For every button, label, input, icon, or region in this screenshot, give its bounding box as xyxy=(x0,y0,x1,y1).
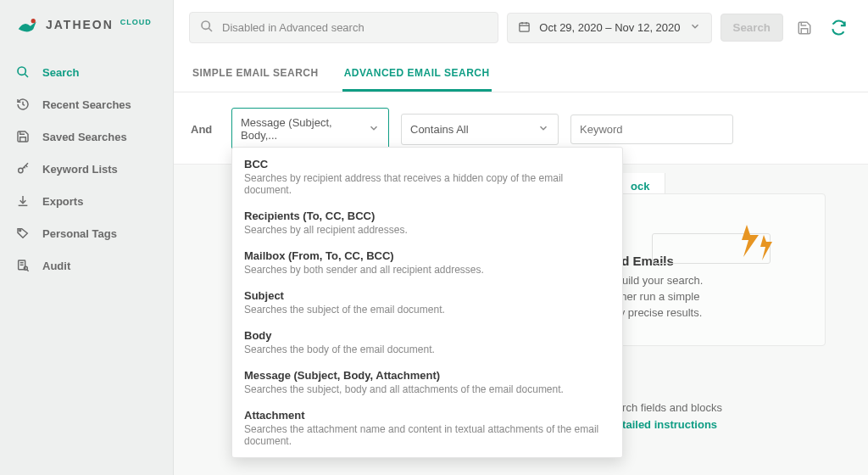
sidebar-item-label: Recent Searches xyxy=(42,98,131,111)
download-icon xyxy=(15,193,31,209)
dropdown-option-bcc[interactable]: BCC Searches by recipient address that r… xyxy=(232,151,622,203)
topbar: Disabled in Advanced search Oct 29, 2020… xyxy=(174,0,868,55)
operator-select[interactable]: Contains All xyxy=(401,114,559,145)
sidebar-item-label: Search xyxy=(42,66,79,79)
audit-icon xyxy=(15,258,31,273)
svg-point-4 xyxy=(19,230,21,232)
nav: Search Recent Searches Saved Searches Ke… xyxy=(0,56,173,282)
chevron-down-icon xyxy=(537,122,549,137)
sidebar-item-label: Saved Searches xyxy=(42,131,127,143)
dropdown-option-desc: Searches the subject, body and all attac… xyxy=(244,383,610,395)
sidebar-item-label: Exports xyxy=(42,195,83,208)
dropdown-option-desc: Searches by recipient address that recei… xyxy=(244,172,610,196)
brand-sub: CLOUD xyxy=(120,18,152,26)
sidebar-item-label: Personal Tags xyxy=(42,227,117,240)
calendar-icon xyxy=(518,20,531,36)
dropdown-option-message[interactable]: Message (Subject, Body, Attachment) Sear… xyxy=(232,362,622,402)
sidebar-item-label: Keyword Lists xyxy=(42,163,118,176)
tag-icon xyxy=(15,226,31,241)
field-select[interactable]: Message (Subject, Body,... xyxy=(231,108,389,150)
global-search-input: Disabled in Advanced search xyxy=(189,12,498,43)
brand-mark-icon xyxy=(17,15,41,34)
chevron-down-icon xyxy=(368,122,380,137)
save-button-icon[interactable] xyxy=(792,15,817,41)
sidebar-item-saved-searches[interactable]: Saved Searches xyxy=(0,120,173,153)
brand-logo: JATHEON CLOUD xyxy=(0,0,173,56)
operator-select-value: Contains All xyxy=(410,123,469,136)
dropdown-option-title: Attachment xyxy=(244,409,610,422)
keyword-input[interactable] xyxy=(570,115,733,144)
chevron-down-icon xyxy=(689,20,701,35)
dropdown-option-subject[interactable]: Subject Searches the subject of the emai… xyxy=(232,282,622,322)
sidebar-item-personal-tags[interactable]: Personal Tags xyxy=(0,217,173,249)
svg-point-1 xyxy=(18,67,25,75)
sidebar-item-search[interactable]: Search xyxy=(0,56,173,88)
dropdown-option-attachment[interactable]: Attachment Searches the attachment name … xyxy=(232,402,622,454)
brand-name: JATHEON xyxy=(46,18,114,31)
search-tabs: SIMPLE EMAIL SEARCH ADVANCED EMAIL SEARC… xyxy=(174,55,868,92)
svg-line-11 xyxy=(209,28,212,31)
sidebar: JATHEON CLOUD Search Recent Searches Sav… xyxy=(0,0,174,475)
sidebar-item-keyword-lists[interactable]: Keyword Lists xyxy=(0,153,173,185)
join-label: And xyxy=(191,123,220,136)
dropdown-option-title: Recipients (To, CC, BCC) xyxy=(244,210,610,222)
global-search-text: Disabled in Advanced search xyxy=(222,21,364,34)
dropdown-option-desc: Searches by both sender and all recipien… xyxy=(244,264,610,276)
search-icon xyxy=(15,64,31,80)
query-builder-row: And Message (Subject, Body,... Contains … xyxy=(174,92,868,165)
date-range-value: Oct 29, 2020 – Nov 12, 2020 xyxy=(539,21,680,34)
dropdown-option-desc: Searches by all recipient addresses. xyxy=(244,224,610,236)
key-icon xyxy=(15,161,31,176)
dropdown-option-desc: Searches the subject of the email docume… xyxy=(244,304,610,316)
tab-simple-email-search[interactable]: SIMPLE EMAIL SEARCH xyxy=(191,55,320,92)
field-dropdown: BCC Searches by recipient address that r… xyxy=(231,147,623,458)
sidebar-item-recent-searches[interactable]: Recent Searches xyxy=(0,88,173,120)
dropdown-option-title: Subject xyxy=(244,289,610,302)
svg-line-9 xyxy=(27,270,29,271)
dropdown-option-desc: Searches the body of the email document. xyxy=(244,344,610,355)
svg-line-2 xyxy=(25,74,28,77)
svg-point-0 xyxy=(31,19,36,23)
svg-rect-12 xyxy=(520,23,529,31)
lightning-icon xyxy=(738,223,774,268)
dropdown-option-mailbox[interactable]: Mailbox (From, To, CC, BCC) Searches by … xyxy=(232,243,622,282)
sidebar-item-exports[interactable]: Exports xyxy=(0,185,173,217)
sidebar-item-label: Audit xyxy=(42,260,70,272)
refresh-button-icon[interactable] xyxy=(826,15,851,41)
search-icon xyxy=(200,20,214,36)
dropdown-option-desc: Searches the attachment name and content… xyxy=(244,423,610,447)
dropdown-option-body[interactable]: Body Searches the body of the email docu… xyxy=(232,322,622,362)
sidebar-item-audit[interactable]: Audit xyxy=(0,249,173,282)
svg-point-3 xyxy=(19,168,23,172)
dropdown-option-title: Mailbox (From, To, CC, BCC) xyxy=(244,249,610,262)
tab-advanced-email-search[interactable]: ADVANCED EMAIL SEARCH xyxy=(342,55,492,92)
save-icon xyxy=(15,129,31,144)
field-select-value: Message (Subject, Body,... xyxy=(241,116,368,142)
search-button[interactable]: Search xyxy=(721,14,783,42)
date-range-picker[interactable]: Oct 29, 2020 – Nov 12, 2020 xyxy=(507,13,711,43)
svg-point-10 xyxy=(202,21,209,29)
dropdown-option-title: BCC xyxy=(244,158,610,170)
dropdown-option-title: Message (Subject, Body, Attachment) xyxy=(244,369,610,382)
history-icon xyxy=(15,97,31,112)
main: Disabled in Advanced search Oct 29, 2020… xyxy=(174,0,868,475)
dropdown-option-title: Body xyxy=(244,329,610,342)
dropdown-option-recipients[interactable]: Recipients (To, CC, BCC) Searches by all… xyxy=(232,203,622,243)
